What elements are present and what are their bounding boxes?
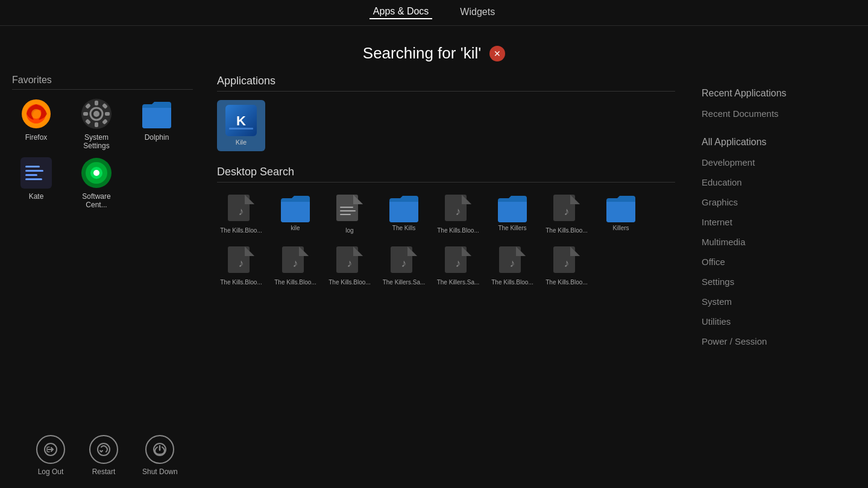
svg-text:♪: ♪ — [293, 257, 298, 269]
right-nav-recent-apps[interactable]: Recent Applications — [699, 81, 856, 104]
fav-item-firefox[interactable]: Firefox — [12, 97, 60, 150]
fav-kate-label: Kate — [29, 192, 44, 201]
file-label-r2-3: The Kills.Bloo... — [329, 279, 370, 286]
file-label-r2-7: The Kills.Bloo... — [546, 279, 587, 286]
file-item-7[interactable]: ♪ The Kills.Bloo... — [542, 191, 591, 237]
right-nav-education[interactable]: Education — [699, 172, 856, 192]
svg-rect-14 — [20, 157, 52, 189]
restart-svg — [96, 442, 111, 457]
right-nav-internet[interactable]: Internet — [699, 212, 856, 232]
file-item-r2-1[interactable]: ♪ The Kills.Bloo... — [217, 243, 265, 289]
svg-text:♪: ♪ — [456, 205, 461, 217]
restart-label: Restart — [92, 468, 116, 476]
file-item-5[interactable]: ♪ The Kills.Bloo... — [434, 191, 482, 237]
right-nav-multimedia[interactable]: Multimedia — [699, 232, 856, 252]
applications-grid: K Kile — [217, 100, 675, 151]
fav-item-settings[interactable]: System Settings — [72, 97, 121, 150]
kile-icon-wrap: K — [225, 105, 257, 136]
svg-text:♪: ♪ — [564, 257, 570, 269]
file-label-r2-6: The Kills.Bloo... — [491, 279, 533, 286]
favorites-title: Favorites — [12, 75, 193, 90]
desktop-search-row-1: ♪ The Kills.Bloo... kile — [217, 191, 675, 237]
file-item-4[interactable]: The Kills — [380, 191, 428, 237]
file-item-r2-5[interactable]: ♪ The Killers.Sa... — [434, 243, 482, 289]
svg-rect-18 — [25, 178, 42, 180]
right-nav-system-settings[interactable]: Settings — [699, 272, 856, 292]
shutdown-icon — [145, 435, 174, 464]
dolphin-icon — [141, 99, 172, 128]
right-nav-system[interactable]: System — [699, 292, 856, 311]
tab-apps-docs[interactable]: Apps & Docs — [370, 5, 432, 19]
file-label-r2-5: The Killers.Sa... — [437, 279, 480, 286]
music-file-icon-r2-5: ♪ — [444, 245, 473, 277]
kile-app-label: Kile — [236, 139, 247, 146]
svg-rect-16 — [25, 170, 43, 172]
file-item-r2-3[interactable]: ♪ The Kills.Bloo... — [326, 243, 374, 289]
file-item-r2-2[interactable]: ♪ The Kills.Bloo... — [271, 243, 319, 289]
file-item-r2-6[interactable]: ♪ The Kills.Bloo... — [488, 243, 536, 289]
logout-label: Log Out — [38, 468, 64, 476]
restart-action[interactable]: Restart — [89, 435, 118, 476]
svg-text:♪: ♪ — [510, 257, 515, 269]
file-label-3: log — [345, 227, 353, 234]
applications-section: Applications K — [217, 75, 675, 151]
right-nav-development[interactable]: Development — [699, 152, 856, 172]
center-content: Applications K — [205, 75, 687, 488]
file-item-r2-4[interactable]: ♪ The Killers.Sa... — [380, 243, 428, 289]
svg-text:♪: ♪ — [401, 257, 407, 269]
svg-text:♪: ♪ — [239, 205, 244, 217]
tab-widgets[interactable]: Widgets — [456, 5, 498, 19]
file-label-6: The Killers — [498, 225, 526, 232]
file-item-2[interactable]: kile — [271, 191, 319, 237]
svg-point-22 — [93, 170, 99, 176]
file-item-r2-7[interactable]: ♪ The Kills.Bloo... — [542, 243, 591, 289]
file-label-7: The Kills.Bloo... — [546, 227, 587, 234]
app-item-kile[interactable]: K Kile — [217, 100, 265, 151]
kile-app-icon: K — [225, 105, 257, 136]
fav-item-kate[interactable]: Kate — [12, 156, 60, 209]
svg-text:♪: ♪ — [564, 205, 570, 217]
file-item-1[interactable]: ♪ The Kills.Bloo... — [217, 191, 265, 237]
desktop-search-row-2: ♪ The Kills.Bloo... ♪ The Kills.Bloo... — [217, 243, 675, 289]
right-nav-power[interactable]: Power / Session — [699, 331, 856, 351]
music-file-icon-r2-4: ♪ — [389, 245, 418, 277]
settings-icon — [81, 98, 112, 130]
right-nav-office[interactable]: Office — [699, 252, 856, 272]
fav-item-dolphin[interactable]: Dolphin — [133, 97, 181, 150]
file-item-3[interactable]: log — [326, 191, 374, 237]
svg-text:♪: ♪ — [456, 257, 461, 269]
svg-rect-30 — [340, 207, 353, 208]
search-title-text: Searching for 'kil' — [363, 44, 481, 63]
music-file-icon-r2-3: ♪ — [335, 245, 364, 277]
music-file-icon-2: ♪ — [444, 193, 473, 225]
music-file-icon-r2-1: ♪ — [227, 245, 256, 277]
svg-rect-32 — [340, 214, 351, 215]
folder-blue-icon-3 — [497, 193, 528, 222]
right-sidebar: Recent Applications Recent Documents All… — [687, 75, 868, 488]
folder-blue-icon-2 — [388, 193, 420, 222]
file-label-2: kile — [291, 225, 300, 232]
fav-dolphin-label: Dolphin — [145, 133, 169, 142]
svg-rect-6 — [95, 101, 98, 105]
file-label-1: The Kills.Bloo... — [220, 227, 262, 234]
file-item-6[interactable]: The Killers — [488, 191, 536, 237]
svg-rect-26 — [229, 128, 253, 130]
fav-item-software[interactable]: Software Cent... — [72, 156, 121, 209]
right-nav-recent-docs[interactable]: Recent Documents — [699, 104, 856, 124]
logout-action[interactable]: Log Out — [36, 435, 65, 476]
file-item-8[interactable]: Killers — [597, 191, 645, 237]
file-label-r2-2: The Kills.Bloo... — [274, 279, 316, 286]
svg-rect-17 — [25, 174, 37, 176]
doc-gray-icon — [335, 193, 364, 225]
svg-rect-31 — [340, 210, 356, 211]
svg-point-5 — [93, 111, 99, 117]
applications-section-title: Applications — [217, 75, 675, 92]
right-nav-graphics[interactable]: Graphics — [699, 192, 856, 212]
folder-blue-icon-1 — [280, 193, 311, 222]
shutdown-action[interactable]: Shut Down — [142, 435, 178, 476]
svg-rect-9 — [105, 112, 110, 116]
svg-text:♪: ♪ — [239, 257, 244, 269]
right-nav-all-apps[interactable]: All Applications — [699, 130, 856, 152]
search-clear-button[interactable]: ✕ — [489, 46, 505, 61]
right-nav-utilities[interactable]: Utilities — [699, 311, 856, 331]
